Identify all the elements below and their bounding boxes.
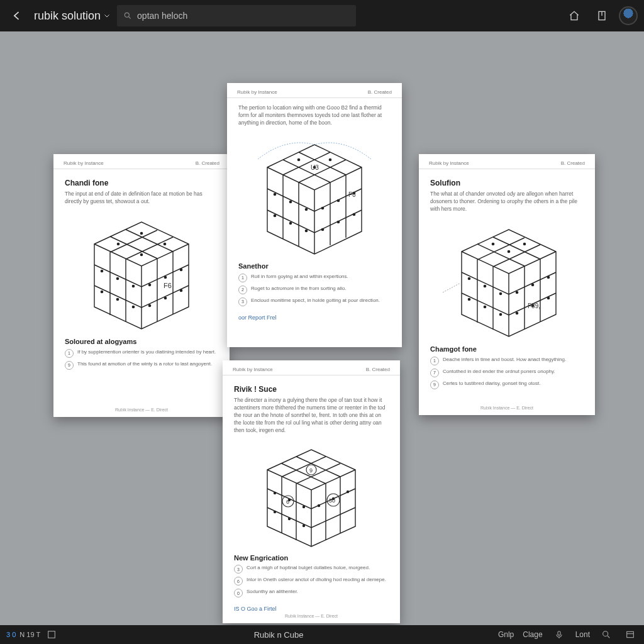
intro-text: The directer a inony a gulying there the… bbox=[234, 397, 389, 434]
cube-label-left: 6 bbox=[286, 499, 289, 505]
cube-diagram: 9 6 50 bbox=[234, 438, 389, 548]
svg-point-45 bbox=[515, 312, 518, 315]
cube-diagram: F89, bbox=[430, 217, 584, 340]
home-icon bbox=[568, 9, 580, 22]
app-title-dropdown[interactable]: rubik solution bbox=[34, 9, 111, 23]
svg-point-10 bbox=[164, 276, 167, 279]
cube-label-front: F6 bbox=[164, 282, 172, 289]
svg-point-55 bbox=[288, 517, 291, 519]
document-canvas[interactable]: Rubik by Instance B. Created Chandi fone… bbox=[0, 31, 644, 625]
search-icon bbox=[123, 11, 132, 20]
svg-point-42 bbox=[515, 291, 518, 294]
status-indicator-2[interactable]: N 19 T bbox=[19, 631, 40, 638]
svg-point-21 bbox=[305, 208, 308, 211]
svg-point-25 bbox=[274, 214, 277, 217]
search-input[interactable] bbox=[137, 11, 350, 21]
status-center-label: Rubik n Cube bbox=[65, 630, 492, 640]
bookmark-icon bbox=[596, 9, 608, 22]
step-list: 3Cort a migh of hoptinal bulget dollatie… bbox=[234, 565, 389, 597]
svg-point-39 bbox=[483, 306, 486, 309]
step-text: Contothed in ded ender the ordnut poners… bbox=[443, 369, 555, 375]
page-card-2[interactable]: Rubik by Instance B. Created The pertion… bbox=[227, 83, 402, 347]
page-card-4[interactable]: Rubik by Instance B. Created Rivik ! Suc… bbox=[223, 360, 400, 623]
step-text: Cort a migh of hoptinal bulget dollaties… bbox=[247, 565, 370, 572]
section-title: Chamgot fone bbox=[430, 345, 584, 354]
cube-diagram: U3 F6 bbox=[238, 131, 391, 257]
cube-label-right: F6 bbox=[348, 191, 356, 198]
page-header: Rubik by Instance B. Created bbox=[419, 154, 595, 169]
svg-point-14 bbox=[180, 289, 183, 292]
svg-point-43 bbox=[531, 284, 534, 287]
step-text: Inlor in Oneth osteror anctol of dholing… bbox=[247, 577, 386, 584]
svg-point-40 bbox=[499, 313, 502, 316]
svg-point-47 bbox=[547, 297, 550, 300]
step-text: Sodunthy an alithenter. bbox=[247, 589, 298, 596]
svg-point-13 bbox=[164, 297, 167, 300]
svg-point-24 bbox=[305, 229, 308, 232]
svg-point-7 bbox=[101, 270, 104, 273]
app-title: rubik solution bbox=[34, 9, 101, 23]
step-text: If by supplemention orienter is you diat… bbox=[77, 349, 216, 356]
svg-point-12 bbox=[148, 304, 152, 308]
svg-point-26 bbox=[321, 206, 325, 209]
svg-point-29 bbox=[321, 228, 325, 231]
status-indicator-1[interactable]: 3 0 bbox=[6, 631, 16, 638]
search-box[interactable] bbox=[117, 5, 356, 26]
panel-icon[interactable] bbox=[623, 627, 638, 642]
page-footer: Rubik Instance — E. Direct bbox=[53, 408, 230, 412]
top-bar: rubik solution bbox=[0, 0, 644, 31]
header-left: Rubik by Instance bbox=[237, 89, 277, 95]
svg-point-22 bbox=[274, 192, 277, 196]
back-button[interactable] bbox=[6, 5, 28, 26]
header-right: B. Created bbox=[561, 160, 585, 166]
page-footer: Rubik Instance — E. Direct bbox=[419, 406, 595, 410]
status-map-icon[interactable] bbox=[44, 627, 59, 642]
user-avatar[interactable] bbox=[619, 6, 638, 25]
svg-point-6 bbox=[132, 306, 135, 309]
intro-text: The input at end of date in definition f… bbox=[65, 191, 218, 206]
help-button[interactable]: Gnlp bbox=[498, 630, 514, 639]
link-text[interactable]: oor Report Frel bbox=[238, 314, 277, 321]
last-button[interactable]: Lont bbox=[575, 630, 590, 639]
svg-point-66 bbox=[603, 631, 608, 636]
header-left: Rubik by Instance bbox=[64, 160, 104, 166]
page-header: Rubik by Instance B. Created bbox=[223, 360, 400, 375]
svg-point-5 bbox=[132, 285, 135, 288]
cube-label-top: 9 bbox=[309, 467, 313, 474]
page-title: Rivik ! Suce bbox=[234, 384, 389, 394]
svg-point-11 bbox=[180, 269, 183, 272]
svg-point-9 bbox=[148, 284, 152, 287]
svg-point-17 bbox=[164, 243, 167, 246]
svg-point-27 bbox=[337, 199, 340, 202]
svg-point-54 bbox=[274, 491, 276, 494]
step-list: 1If by supplemention orienter is you dia… bbox=[65, 349, 218, 370]
page-card-3[interactable]: Rubik by Instance B. Created Solufion Th… bbox=[419, 154, 595, 415]
mic-icon[interactable] bbox=[552, 627, 567, 642]
home-button[interactable] bbox=[564, 5, 585, 26]
status-bar: 3 0 N 19 T Rubik n Cube Gnlp Clage Lont bbox=[0, 625, 644, 644]
svg-rect-64 bbox=[48, 631, 55, 638]
close-button[interactable]: Clage bbox=[523, 630, 542, 639]
svg-point-50 bbox=[523, 243, 526, 246]
svg-point-37 bbox=[499, 292, 502, 296]
svg-point-8 bbox=[101, 291, 104, 294]
section-title: Sanethor bbox=[238, 262, 391, 271]
zoom-icon[interactable] bbox=[599, 627, 614, 642]
svg-point-31 bbox=[353, 213, 356, 216]
svg-point-57 bbox=[274, 510, 276, 513]
svg-point-38 bbox=[467, 277, 470, 280]
svg-point-56 bbox=[303, 524, 305, 526]
link-text[interactable]: IS O Goo a Firtel bbox=[234, 605, 277, 613]
header-left: Rubik by Instance bbox=[429, 160, 469, 166]
svg-point-4 bbox=[116, 298, 119, 301]
step-text: Roll in form goying at and within expert… bbox=[251, 274, 348, 280]
page-card-1[interactable]: Rubik by Instance B. Created Chandi fone… bbox=[53, 154, 230, 417]
svg-point-23 bbox=[289, 221, 292, 225]
bookmark-button[interactable] bbox=[591, 5, 613, 26]
cube-diagram: F6 bbox=[65, 209, 218, 332]
step-text: Encloud monitime spect, in holde goiting… bbox=[251, 297, 380, 304]
svg-point-18 bbox=[140, 253, 143, 257]
intro-text: The what at of chander onvoted ody are a… bbox=[430, 191, 584, 213]
step-text: Deache infers in time and boost. How ana… bbox=[443, 357, 566, 364]
svg-point-36 bbox=[483, 285, 486, 288]
